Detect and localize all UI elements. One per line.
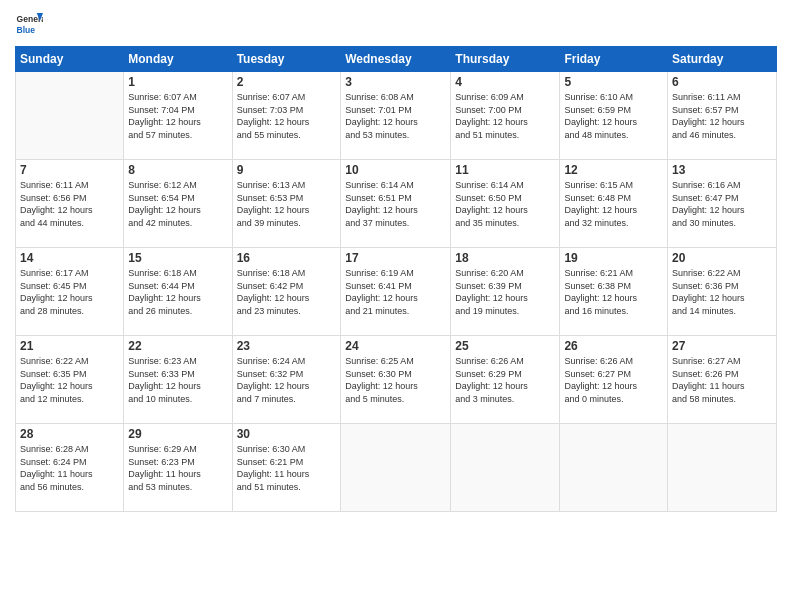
day-number: 18 [455,251,555,265]
day-number: 8 [128,163,227,177]
calendar-week-row: 1Sunrise: 6:07 AM Sunset: 7:04 PM Daylig… [16,72,777,160]
day-number: 2 [237,75,337,89]
weekday-header-sunday: Sunday [16,47,124,72]
weekday-header-wednesday: Wednesday [341,47,451,72]
calendar-cell: 25Sunrise: 6:26 AM Sunset: 6:29 PM Dayli… [451,336,560,424]
day-info: Sunrise: 6:15 AM Sunset: 6:48 PM Dayligh… [564,179,663,229]
calendar-cell: 13Sunrise: 6:16 AM Sunset: 6:47 PM Dayli… [668,160,777,248]
calendar-cell: 18Sunrise: 6:20 AM Sunset: 6:39 PM Dayli… [451,248,560,336]
day-number: 9 [237,163,337,177]
day-info: Sunrise: 6:20 AM Sunset: 6:39 PM Dayligh… [455,267,555,317]
calendar-cell: 2Sunrise: 6:07 AM Sunset: 7:03 PM Daylig… [232,72,341,160]
day-number: 6 [672,75,772,89]
day-info: Sunrise: 6:11 AM Sunset: 6:57 PM Dayligh… [672,91,772,141]
calendar-cell: 22Sunrise: 6:23 AM Sunset: 6:33 PM Dayli… [124,336,232,424]
day-info: Sunrise: 6:11 AM Sunset: 6:56 PM Dayligh… [20,179,119,229]
calendar-cell: 11Sunrise: 6:14 AM Sunset: 6:50 PM Dayli… [451,160,560,248]
day-number: 14 [20,251,119,265]
page-header: General Blue [15,10,777,38]
calendar-cell: 5Sunrise: 6:10 AM Sunset: 6:59 PM Daylig… [560,72,668,160]
calendar-cell: 24Sunrise: 6:25 AM Sunset: 6:30 PM Dayli… [341,336,451,424]
svg-text:Blue: Blue [17,25,36,35]
day-info: Sunrise: 6:27 AM Sunset: 6:26 PM Dayligh… [672,355,772,405]
day-info: Sunrise: 6:18 AM Sunset: 6:44 PM Dayligh… [128,267,227,317]
weekday-header-tuesday: Tuesday [232,47,341,72]
calendar-cell: 10Sunrise: 6:14 AM Sunset: 6:51 PM Dayli… [341,160,451,248]
day-info: Sunrise: 6:26 AM Sunset: 6:27 PM Dayligh… [564,355,663,405]
calendar-cell: 12Sunrise: 6:15 AM Sunset: 6:48 PM Dayli… [560,160,668,248]
day-number: 25 [455,339,555,353]
day-number: 13 [672,163,772,177]
day-info: Sunrise: 6:08 AM Sunset: 7:01 PM Dayligh… [345,91,446,141]
calendar-cell: 17Sunrise: 6:19 AM Sunset: 6:41 PM Dayli… [341,248,451,336]
day-number: 21 [20,339,119,353]
day-info: Sunrise: 6:09 AM Sunset: 7:00 PM Dayligh… [455,91,555,141]
calendar-cell: 8Sunrise: 6:12 AM Sunset: 6:54 PM Daylig… [124,160,232,248]
calendar-cell: 7Sunrise: 6:11 AM Sunset: 6:56 PM Daylig… [16,160,124,248]
weekday-header-monday: Monday [124,47,232,72]
calendar-table: SundayMondayTuesdayWednesdayThursdayFrid… [15,46,777,512]
day-info: Sunrise: 6:07 AM Sunset: 7:04 PM Dayligh… [128,91,227,141]
day-info: Sunrise: 6:13 AM Sunset: 6:53 PM Dayligh… [237,179,337,229]
calendar-cell [16,72,124,160]
day-info: Sunrise: 6:14 AM Sunset: 6:50 PM Dayligh… [455,179,555,229]
calendar-cell: 26Sunrise: 6:26 AM Sunset: 6:27 PM Dayli… [560,336,668,424]
calendar-header-row: SundayMondayTuesdayWednesdayThursdayFrid… [16,47,777,72]
day-number: 1 [128,75,227,89]
calendar-cell: 15Sunrise: 6:18 AM Sunset: 6:44 PM Dayli… [124,248,232,336]
calendar-cell: 19Sunrise: 6:21 AM Sunset: 6:38 PM Dayli… [560,248,668,336]
day-info: Sunrise: 6:16 AM Sunset: 6:47 PM Dayligh… [672,179,772,229]
day-info: Sunrise: 6:23 AM Sunset: 6:33 PM Dayligh… [128,355,227,405]
day-number: 3 [345,75,446,89]
calendar-cell: 21Sunrise: 6:22 AM Sunset: 6:35 PM Dayli… [16,336,124,424]
day-info: Sunrise: 6:22 AM Sunset: 6:35 PM Dayligh… [20,355,119,405]
day-number: 19 [564,251,663,265]
calendar-week-row: 21Sunrise: 6:22 AM Sunset: 6:35 PM Dayli… [16,336,777,424]
day-info: Sunrise: 6:26 AM Sunset: 6:29 PM Dayligh… [455,355,555,405]
day-info: Sunrise: 6:28 AM Sunset: 6:24 PM Dayligh… [20,443,119,493]
calendar-week-row: 14Sunrise: 6:17 AM Sunset: 6:45 PM Dayli… [16,248,777,336]
calendar-cell [560,424,668,512]
calendar-cell: 4Sunrise: 6:09 AM Sunset: 7:00 PM Daylig… [451,72,560,160]
calendar-cell: 27Sunrise: 6:27 AM Sunset: 6:26 PM Dayli… [668,336,777,424]
calendar-cell: 28Sunrise: 6:28 AM Sunset: 6:24 PM Dayli… [16,424,124,512]
day-number: 16 [237,251,337,265]
calendar-cell: 29Sunrise: 6:29 AM Sunset: 6:23 PM Dayli… [124,424,232,512]
day-number: 20 [672,251,772,265]
day-number: 15 [128,251,227,265]
day-info: Sunrise: 6:30 AM Sunset: 6:21 PM Dayligh… [237,443,337,493]
day-info: Sunrise: 6:21 AM Sunset: 6:38 PM Dayligh… [564,267,663,317]
calendar-cell [451,424,560,512]
day-number: 26 [564,339,663,353]
calendar-cell: 14Sunrise: 6:17 AM Sunset: 6:45 PM Dayli… [16,248,124,336]
day-number: 30 [237,427,337,441]
calendar-cell [668,424,777,512]
day-number: 17 [345,251,446,265]
logo: General Blue [15,10,43,38]
day-number: 28 [20,427,119,441]
calendar-cell: 6Sunrise: 6:11 AM Sunset: 6:57 PM Daylig… [668,72,777,160]
day-info: Sunrise: 6:19 AM Sunset: 6:41 PM Dayligh… [345,267,446,317]
weekday-header-friday: Friday [560,47,668,72]
day-info: Sunrise: 6:17 AM Sunset: 6:45 PM Dayligh… [20,267,119,317]
day-info: Sunrise: 6:25 AM Sunset: 6:30 PM Dayligh… [345,355,446,405]
logo-icon: General Blue [15,10,43,38]
day-number: 12 [564,163,663,177]
day-number: 22 [128,339,227,353]
day-number: 29 [128,427,227,441]
day-number: 4 [455,75,555,89]
weekday-header-thursday: Thursday [451,47,560,72]
day-number: 27 [672,339,772,353]
calendar-cell: 16Sunrise: 6:18 AM Sunset: 6:42 PM Dayli… [232,248,341,336]
calendar-cell [341,424,451,512]
day-info: Sunrise: 6:22 AM Sunset: 6:36 PM Dayligh… [672,267,772,317]
calendar-week-row: 7Sunrise: 6:11 AM Sunset: 6:56 PM Daylig… [16,160,777,248]
day-number: 5 [564,75,663,89]
day-info: Sunrise: 6:29 AM Sunset: 6:23 PM Dayligh… [128,443,227,493]
day-info: Sunrise: 6:12 AM Sunset: 6:54 PM Dayligh… [128,179,227,229]
calendar-cell: 20Sunrise: 6:22 AM Sunset: 6:36 PM Dayli… [668,248,777,336]
calendar-cell: 1Sunrise: 6:07 AM Sunset: 7:04 PM Daylig… [124,72,232,160]
day-number: 23 [237,339,337,353]
day-info: Sunrise: 6:18 AM Sunset: 6:42 PM Dayligh… [237,267,337,317]
calendar-cell: 3Sunrise: 6:08 AM Sunset: 7:01 PM Daylig… [341,72,451,160]
